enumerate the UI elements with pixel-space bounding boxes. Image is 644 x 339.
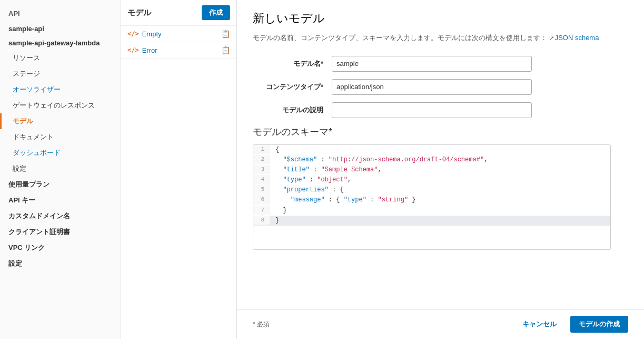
model-list-item-empty[interactable]: </> Empty 📋 xyxy=(121,26,236,42)
sidebar-item-gateway-response[interactable]: ゲートウェイのレスポンス xyxy=(0,98,121,113)
json-schema-link[interactable]: ↗JSON schema xyxy=(549,34,599,42)
description-body: モデルの名前、コンテンツタイプ、スキーマを入力します。モデルには次の構文を使用し… xyxy=(253,34,547,42)
content-type-label: コンテンツタイプ* xyxy=(253,82,332,92)
form-row-content-type: コンテンツタイプ* xyxy=(253,79,628,95)
middle-panel-header: モデル 作成 xyxy=(121,0,236,26)
sidebar-item-api-key[interactable]: API キー xyxy=(0,192,121,208)
line-number: 5 xyxy=(253,185,270,195)
code-line-3: 3 "title" : "Sample Schema", xyxy=(253,165,610,175)
line-content: "type" : "object", xyxy=(270,175,610,185)
sidebar-item-settings-main[interactable]: 設定 xyxy=(0,256,121,272)
model-description-input[interactable] xyxy=(332,102,532,118)
line-number: 7 xyxy=(253,206,270,215)
line-content: "message" : { "type" : "string" } xyxy=(270,195,610,205)
sidebar-item-model[interactable]: モデル xyxy=(0,113,121,129)
content-type-input[interactable] xyxy=(332,79,532,95)
model-name-error: Error xyxy=(142,46,221,54)
required-note: * 必須 xyxy=(253,320,270,329)
model-name-empty: Empty xyxy=(142,30,221,38)
copy-icon-error[interactable]: 📋 xyxy=(221,46,230,54)
middle-panel: モデル 作成 </> Empty 📋 </> Error 📋 xyxy=(121,0,237,339)
line-number: 1 xyxy=(253,145,270,154)
code-line-6: 6 "message" : { "type" : "string" } xyxy=(253,195,610,205)
line-content: } xyxy=(270,206,610,216)
line-content: "title" : "Sample Schema", xyxy=(270,165,610,175)
middle-panel-title: モデル xyxy=(127,8,151,18)
model-name-label: モデル名* xyxy=(253,59,332,69)
copy-icon-empty[interactable]: 📋 xyxy=(221,30,230,38)
code-line-1: 1{ xyxy=(253,145,610,155)
submit-button[interactable]: モデルの作成 xyxy=(570,316,628,333)
code-line-4: 4 "type" : "object", xyxy=(253,175,610,185)
sidebar-item-document[interactable]: ドキュメント xyxy=(0,129,121,145)
sidebar-item-vpc-link[interactable]: VPC リンク xyxy=(0,240,121,256)
sidebar-item-authorizer[interactable]: オーソライザー xyxy=(0,82,121,98)
footer-actions: キャンセル モデルの作成 xyxy=(514,316,628,333)
code-line-5: 5 "properties" : { xyxy=(253,185,610,195)
code-line-2: 2 "$schema" : "http://json-schema.org/dr… xyxy=(253,155,610,165)
line-content: { xyxy=(270,145,610,155)
sidebar-item-usage-plan[interactable]: 使用量プラン xyxy=(0,177,121,192)
line-content: "properties" : { xyxy=(270,185,610,195)
schema-section-title: モデルのスキーマ* xyxy=(253,125,628,138)
right-panel: 新しいモデル モデルの名前、コンテンツタイプ、スキーマを入力します。モデルには次… xyxy=(237,0,644,339)
code-line-8: 8} xyxy=(253,216,610,226)
code-line-7: 7 } xyxy=(253,206,610,216)
sidebar-item-client-cert[interactable]: クライアント証明書 xyxy=(0,224,121,240)
sidebar-item-gateway-lambda[interactable]: sample-api-gateway-lambda xyxy=(0,36,121,50)
model-description-label: モデルの説明 xyxy=(253,105,332,115)
line-number: 4 xyxy=(253,175,270,185)
sidebar-item-stage[interactable]: ステージ xyxy=(0,66,121,82)
form-row-model-name: モデル名* xyxy=(253,56,628,72)
sidebar: API sample-api sample-api-gateway-lambda… xyxy=(0,0,121,339)
code-icon-empty: </> xyxy=(127,30,139,37)
code-icon-error: </> xyxy=(127,46,139,54)
cancel-button[interactable]: キャンセル xyxy=(514,316,565,333)
sidebar-item-dashboard[interactable]: ダッシュボード xyxy=(0,145,121,161)
form-row-description: モデルの説明 xyxy=(253,102,628,118)
line-number: 2 xyxy=(253,155,270,164)
schema-editor[interactable]: 1{2 "$schema" : "http://json-schema.org/… xyxy=(253,144,611,250)
sidebar-item-settings-sub[interactable]: 設定 xyxy=(0,161,121,177)
sidebar-item-resources[interactable]: リソース xyxy=(0,50,121,66)
line-number: 6 xyxy=(253,195,270,205)
line-content: } xyxy=(270,216,610,226)
page-title: 新しいモデル xyxy=(253,11,628,26)
model-name-input[interactable] xyxy=(332,56,532,72)
line-number: 8 xyxy=(253,216,270,225)
footer-bar: * 必須 キャンセル モデルの作成 xyxy=(237,309,644,339)
create-model-button[interactable]: 作成 xyxy=(202,5,230,20)
description-text: モデルの名前、コンテンツタイプ、スキーマを入力します。モデルには次の構文を使用し… xyxy=(253,33,628,43)
sidebar-api-label: API xyxy=(0,5,121,22)
model-list-item-error[interactable]: </> Error 📋 xyxy=(121,42,236,59)
sidebar-item-custom-domain[interactable]: カスタムドメイン名 xyxy=(0,208,121,224)
external-link-icon: ↗ xyxy=(549,35,554,41)
line-content: "$schema" : "http://json-schema.org/draf… xyxy=(270,155,610,165)
sidebar-item-sample-api[interactable]: sample-api xyxy=(0,22,121,36)
line-number: 3 xyxy=(253,165,270,175)
main-content: 新しいモデル モデルの名前、コンテンツタイプ、スキーマを入力します。モデルには次… xyxy=(237,0,644,309)
